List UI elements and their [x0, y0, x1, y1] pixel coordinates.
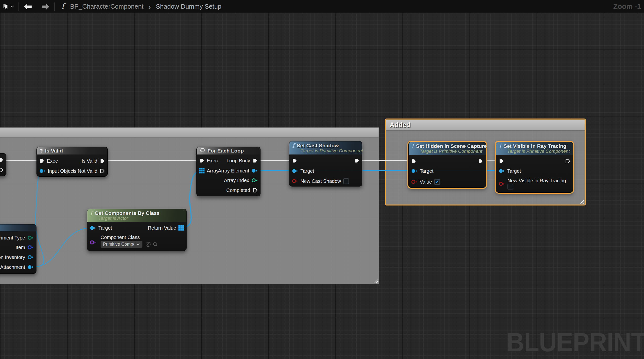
- node-subtitle: Target is Actor: [98, 216, 128, 221]
- node-title: Is Valid: [45, 147, 63, 154]
- breadcrumb-toolbar: f BP_CharacterComponent › Shadow Dummy S…: [0, 0, 644, 13]
- exec-pin-out[interactable]: [478, 158, 483, 164]
- breadcrumb-separator-icon: ›: [148, 2, 151, 11]
- zoom-indicator: Zoom -1: [613, 2, 642, 10]
- pin-label: Target: [420, 168, 434, 174]
- function-icon: f: [499, 143, 501, 149]
- bool-pin-in[interactable]: [498, 181, 505, 186]
- exec-pin-out[interactable]: [100, 158, 105, 164]
- navigate-back-button[interactable]: [24, 4, 32, 10]
- pin-label: Return Value: [148, 225, 176, 231]
- node-subtitle: Target is Primitive Component: [420, 148, 482, 154]
- int-pin-out[interactable]: [252, 178, 258, 183]
- object-pin-out[interactable]: [27, 265, 34, 270]
- object-pin-out[interactable]: [252, 168, 258, 173]
- pin-label: Array: [207, 168, 218, 174]
- node-title: Set Cast Shadow: [297, 142, 339, 149]
- search-icon[interactable]: [152, 242, 158, 247]
- pin-label: Attachment: [0, 264, 25, 270]
- node-title: Get Components By Class: [95, 210, 160, 216]
- node-title: For Each Loop: [208, 147, 244, 154]
- exec-pin-out[interactable]: [0, 167, 4, 173]
- node-subtitle: Target is Primitive Component: [300, 148, 363, 154]
- node-branch-fragment[interactable]: e e: [0, 153, 6, 176]
- chevron-down-icon: [136, 243, 140, 246]
- exec-pin-in[interactable]: [199, 158, 204, 163]
- pin-label: Component Class: [100, 234, 140, 240]
- exec-pin-in[interactable]: [292, 158, 297, 163]
- exec-pin-out[interactable]: [252, 188, 258, 193]
- node-set-visible-in-ray-tracing[interactable]: f Set Visible in Ray Tracing Target is P…: [496, 142, 573, 193]
- pin-label: New Visible in Ray Tracing: [508, 178, 566, 184]
- array-pin-out[interactable]: [178, 225, 184, 231]
- pin-label: Exec: [207, 158, 218, 164]
- new-cast-shadow-checkbox[interactable]: [343, 178, 349, 184]
- breadcrumb-function[interactable]: Shadow Dummy Setup: [156, 3, 221, 10]
- object-pin-in[interactable]: [498, 168, 505, 174]
- pin-label: Value: [420, 179, 432, 185]
- bool-pin-in[interactable]: [292, 179, 298, 184]
- value-checkbox[interactable]: ✔: [434, 179, 440, 185]
- comment-resize-grip[interactable]: [580, 199, 584, 204]
- exec-pin-out[interactable]: [252, 158, 258, 163]
- node-set-cast-shadow[interactable]: f Set Cast Shadow Target is Primitive Co…: [289, 141, 362, 186]
- comment-title[interactable]: [0, 128, 379, 138]
- function-icon: f: [292, 142, 294, 149]
- exec-pin-in[interactable]: [411, 158, 416, 164]
- object-pin-in[interactable]: [292, 168, 298, 174]
- exec-pin-out[interactable]: [565, 158, 570, 164]
- node-item-attachment[interactable]: tachment Type Item apon Inventory Attach…: [0, 224, 36, 274]
- exec-pin-out[interactable]: [354, 158, 360, 163]
- object-pin-in[interactable]: [90, 226, 96, 230]
- arrow-right-icon: [42, 4, 50, 10]
- pin-label: Exec: [47, 158, 58, 164]
- toolbar-separator: [18, 2, 19, 11]
- comment-title[interactable]: Added: [386, 120, 585, 130]
- pin-label: Array Element: [218, 168, 249, 174]
- pin-label: Target: [507, 168, 521, 174]
- function-icon: f: [412, 143, 414, 149]
- pin-label: tachment Type: [0, 235, 25, 241]
- question-icon: ?: [40, 147, 43, 154]
- object-pin-in[interactable]: [39, 168, 46, 174]
- exec-pin-in[interactable]: [498, 158, 504, 164]
- breadcrumb-blueprint[interactable]: BP_CharacterComponent: [70, 3, 144, 10]
- component-class-dropdown[interactable]: Primitive Compo: [100, 241, 142, 248]
- pin-label: Target: [300, 168, 314, 174]
- pin-label: Is Not Valid: [72, 168, 97, 174]
- exec-pin-in[interactable]: [39, 158, 44, 164]
- pin-label: apon Inventory: [0, 254, 25, 260]
- new-visible-checkbox[interactable]: [508, 184, 513, 190]
- object-pin-out[interactable]: [27, 255, 34, 260]
- pin-label: Is Valid: [82, 158, 97, 164]
- object-pin-in[interactable]: [411, 168, 418, 174]
- arrow-left-icon: [24, 4, 32, 10]
- pin-label: Loop Body: [226, 158, 250, 164]
- node-title: Set Visible in Ray Tracing: [504, 143, 566, 149]
- struct-pin-out[interactable]: [27, 245, 34, 250]
- node-is-valid[interactable]: ? Is Valid Exec Is Valid Input Object Is…: [36, 146, 108, 177]
- dropdown-value: Primitive Compo: [103, 242, 134, 247]
- node-get-components-by-class[interactable]: f Get Components By Class Target is Acto…: [87, 209, 186, 251]
- bool-pin-in[interactable]: [411, 180, 418, 184]
- node-title: Set Hidden in Scene Capture: [416, 143, 487, 149]
- navigate-forward-button[interactable]: [42, 4, 50, 10]
- enum-pin-out[interactable]: [27, 235, 34, 240]
- exec-pin-out[interactable]: [0, 157, 4, 162]
- chevron-down-icon: [10, 6, 14, 8]
- node-for-each-loop[interactable]: For Each Loop Exec Loop Body Array Array…: [196, 146, 260, 196]
- exec-pin-out[interactable]: [100, 168, 105, 174]
- toolbar-separator: [54, 2, 55, 11]
- comment-resize-grip[interactable]: [374, 279, 378, 284]
- pin-label: Item: [16, 245, 25, 250]
- array-pin-in[interactable]: [199, 168, 204, 174]
- pin-label: Target: [98, 225, 112, 231]
- bookmark-icon: [2, 3, 9, 10]
- reset-to-default-icon[interactable]: [146, 242, 151, 247]
- class-pin-in[interactable]: [90, 240, 96, 245]
- blueprint-watermark: BLUEPRINT: [506, 327, 644, 358]
- pin-label: New Cast Shadow: [300, 178, 341, 184]
- pin-label: Input Object: [48, 168, 74, 174]
- bookmarks-button[interactable]: [2, 3, 14, 10]
- node-set-hidden-in-scene-capture[interactable]: f Set Hidden in Scene Capture Target is …: [408, 142, 486, 188]
